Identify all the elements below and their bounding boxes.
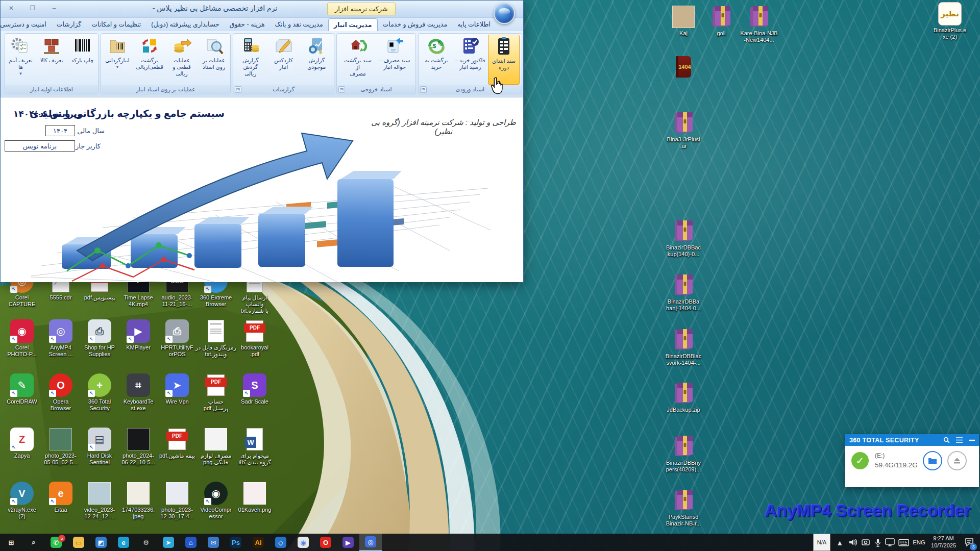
left-desktop-icon-1-4[interactable]: ⎙↗HPRTUtilityF orPOS xyxy=(155,319,199,358)
close-button[interactable]: ✕ xyxy=(5,4,18,13)
open-drive-button[interactable] xyxy=(923,451,942,470)
dialog-launcher-button[interactable]: ◳ xyxy=(235,86,241,93)
taskbar-icon-photoshop[interactable]: Ps xyxy=(225,534,247,551)
left-desktop-icon-1-6[interactable]: PDFbookaroyal .pdf xyxy=(233,319,277,358)
tab-7[interactable]: گزارشات xyxy=(52,18,86,31)
left-desktop-icon-4-0[interactable]: V↗v2rayN.exe (2) xyxy=(0,482,44,520)
ribbon-button-3-2[interactable]: برگشت قطعی/ریالی xyxy=(134,35,165,85)
taskbar-icon-illustrator[interactable]: Ai xyxy=(247,534,270,551)
language-indicator[interactable]: ENG xyxy=(913,534,925,551)
microphone-icon[interactable] xyxy=(874,538,881,547)
left-desktop-icon-1-3[interactable]: ▶↗KMPlayer xyxy=(116,319,160,351)
touch-keyboard-icon[interactable] xyxy=(898,539,909,546)
left-desktop-icon-1-5[interactable]: رمزنگاری فایل در ویندوز.txt xyxy=(194,319,238,358)
taskbar-icon-settings[interactable]: ⚙ xyxy=(135,534,157,551)
left-desktop-icon-1-0[interactable]: ◉↗Corel PHOTO-P... xyxy=(0,319,44,358)
ribbon-button-2-1[interactable]: کاردکس انبار xyxy=(268,35,300,85)
left-desktop-icon-2-5[interactable]: PDFحساب پرسنل.pdf xyxy=(194,373,238,412)
taskbar-icon-mail[interactable]: ✉ xyxy=(202,534,225,551)
ribbon-button-4-0[interactable]: چاپ بارکد xyxy=(67,35,98,85)
left-desktop-icon-1-1[interactable]: ◎↗AnyMP4 Screen ... xyxy=(39,319,83,358)
tab-2[interactable]: مدیریت انبار xyxy=(328,18,378,31)
left-desktop-icon-4-2[interactable]: video_2023- 12-24_12-... xyxy=(78,482,121,520)
ribbon-button-0-2[interactable]: $$برگشت به خرید xyxy=(421,35,452,85)
dialog-launcher-button[interactable]: ◳ xyxy=(338,86,345,93)
left-desktop-icon-2-4[interactable]: ➤↗Wire Vpn xyxy=(155,373,199,405)
ribbon-button-1-1[interactable]: سند برگشت از مصرف xyxy=(342,35,374,85)
ribbon-button-3-1[interactable]: عملیات قطعی و ریالی xyxy=(166,35,198,85)
minimize-icon[interactable] xyxy=(969,439,975,441)
taskbar-icon-photos[interactable]: ◩ xyxy=(90,534,112,551)
action-center-button[interactable]: 3 xyxy=(962,534,977,551)
ribbon-button-3-3[interactable]: انبارگردانی ▼ xyxy=(102,35,133,85)
left-desktop-icon-4-6[interactable]: 01Kaveh.png xyxy=(233,482,277,513)
right-desktop-icon-6[interactable]: BinazirDBBac kup(140)-0... xyxy=(662,219,705,258)
left-desktop-icon-2-3[interactable]: ⌗KeyboardTe st.exe xyxy=(116,373,160,412)
right-desktop-icon-4[interactable]: 1404 xyxy=(662,55,705,80)
left-desktop-icon-3-5[interactable]: مصرف لوازم خانگی.png xyxy=(194,428,238,466)
left-desktop-icon-1-2[interactable]: ⎙↗Shop for HP Supplies xyxy=(78,319,121,358)
right-desktop-icon-11[interactable]: PaykStansd Binazir-NB-r... xyxy=(662,489,705,527)
taskbar-icon-store[interactable]: ⌂ xyxy=(180,534,202,551)
left-desktop-icon-3-6[interactable]: Wمیخوام برای گروه بندی کالا xyxy=(233,428,277,466)
left-desktop-icon-3-3[interactable]: photo_2024- 06-22_10-5... xyxy=(116,428,160,466)
left-desktop-icon-4-3[interactable]: 1747033236. jpeg xyxy=(116,482,160,520)
eject-drive-button[interactable] xyxy=(947,451,967,470)
taskbar-icon-chrome[interactable]: ◉ xyxy=(292,534,314,551)
ribbon-button-3-0[interactable]: عملیات بر روی اسناد xyxy=(198,35,230,85)
left-desktop-icon-4-1[interactable]: e↗Eitaa xyxy=(39,482,83,513)
ribbon-button-0-1[interactable]: فاکتور خرید – رسید انبار xyxy=(454,35,486,85)
ribbon-button-4-2[interactable]: تعریف آیتم ها▼ xyxy=(5,35,36,85)
left-desktop-icon-3-4[interactable]: PDFبیمه ماشین.pdf xyxy=(155,428,199,459)
dialog-launcher-button[interactable]: ◳ xyxy=(420,86,427,93)
left-desktop-icon-2-1[interactable]: O↗Opera Browser xyxy=(39,373,83,412)
tab-0[interactable]: اطلاعات پایه xyxy=(452,18,496,31)
taskbar-icon-whatsapp[interactable]: ✆5 xyxy=(45,534,67,551)
menu-icon[interactable] xyxy=(956,437,963,443)
fiscal-year-value[interactable]: ۱۴۰۴ xyxy=(45,125,75,136)
tab-1[interactable]: مدیریت فروش و خدمات xyxy=(378,18,453,31)
company-menu-chip[interactable]: شرکت نرمینه افزار xyxy=(327,3,396,15)
left-desktop-icon-4-4[interactable]: photo_2023- 12-30_17-4... xyxy=(155,482,199,520)
tab-4[interactable]: هزینه - حقوق xyxy=(225,18,270,31)
taskbar-icon-edge[interactable]: e xyxy=(112,534,135,551)
left-desktop-icon-3-0[interactable]: Z↗Zapya xyxy=(0,428,44,459)
tab-3[interactable]: مدیریت نقد و بانک xyxy=(270,18,328,31)
left-desktop-icon-2-0[interactable]: ✎↗CorelDRAW xyxy=(0,373,44,405)
maximize-button[interactable]: ❐ xyxy=(26,4,39,13)
tab-8[interactable]: امنیت و دسترسی xyxy=(0,18,52,31)
left-desktop-icon-3-1[interactable]: photo_2023- 05-05_02-5... xyxy=(39,428,83,466)
taskbar-icon-telegram[interactable]: ➤ xyxy=(157,534,180,551)
left-desktop-icon-3-2[interactable]: ▤↗Hard Disk Sentinel xyxy=(78,428,121,466)
right-desktop-icon-10[interactable]: BinazirDBBny pers(40209)... xyxy=(662,435,705,473)
taskbar-icon-start[interactable]: ⊞ xyxy=(0,534,22,551)
tab-5[interactable]: حسابداری پیشرفته (دوبل) xyxy=(146,18,225,31)
left-desktop-icon-2-2[interactable]: +↗360 Total Security xyxy=(78,373,121,412)
tray-na-indicator[interactable]: N/A xyxy=(813,534,830,551)
taskbar-icon-media-player[interactable]: ▶ xyxy=(337,534,359,551)
taskbar-icon-opera[interactable]: O xyxy=(314,534,337,551)
tab-6[interactable]: تنظیمات و امکانات xyxy=(86,18,146,31)
ribbon-button-2-0[interactable]: $گزارش موجودی xyxy=(301,35,332,85)
search-icon[interactable] xyxy=(943,437,950,443)
taskbar-icon-search[interactable]: ⌕ xyxy=(22,534,45,551)
volume-icon[interactable] xyxy=(849,538,858,546)
left-desktop-icon-2-6[interactable]: S↗Sadr Scale xyxy=(233,373,277,405)
capture-tool-icon[interactable] xyxy=(862,538,871,546)
right-desktop-icon-8[interactable]: BinazirDBBlac svork-1404-... xyxy=(662,328,705,366)
ribbon-button-1-0[interactable]: سند مصرف – حواله انبار xyxy=(379,35,410,85)
taskbar-icon-vscode[interactable]: ◇ xyxy=(270,534,292,551)
right-desktop-icon-3[interactable]: نظیرBinazirPlus.e xe (2) xyxy=(928,2,972,40)
minimize-button[interactable]: – xyxy=(47,4,61,13)
ribbon-button-4-1[interactable]: تعریف کالا xyxy=(36,35,67,85)
right-desktop-icon-2[interactable]: Kare-Bina-NJB -New1404... xyxy=(737,5,781,43)
current-user-value[interactable]: برنامه نویس xyxy=(5,140,75,152)
right-desktop-icon-9[interactable]: JdBackup.zip xyxy=(662,382,705,413)
display-icon[interactable] xyxy=(885,538,895,546)
hidden-icons-chevron[interactable]: ▴ xyxy=(834,534,845,551)
left-desktop-icon-4-5[interactable]: ◉↗VideoCompr essor xyxy=(194,482,238,520)
clock[interactable]: 9:27 AM 10/7/2025 xyxy=(929,534,958,551)
taskbar-icon-file-explorer[interactable]: ▭ xyxy=(67,534,90,551)
ribbon-button-2-2[interactable]: گزارش گردش ریالی xyxy=(235,35,266,85)
right-desktop-icon-5[interactable]: Bina3-JrPlusi .ar xyxy=(662,111,705,149)
